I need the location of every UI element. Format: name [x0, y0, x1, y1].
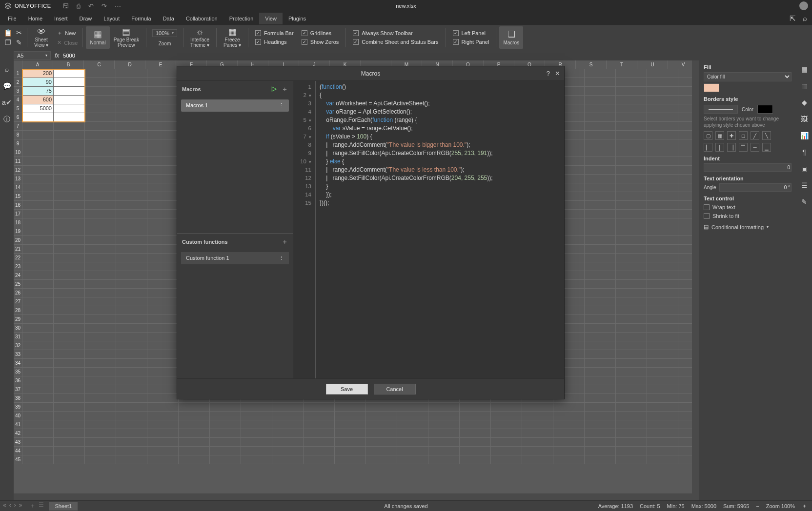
- cell-C31[interactable]: [85, 333, 116, 341]
- cell-S21[interactable]: [585, 245, 616, 254]
- tab-draw[interactable]: Draw: [74, 13, 98, 24]
- cell-D4[interactable]: [116, 96, 147, 104]
- cell-T14[interactable]: [616, 183, 647, 192]
- cell-D7[interactable]: [116, 122, 147, 131]
- cell-T37[interactable]: [616, 385, 647, 394]
- cell-T19[interactable]: [616, 227, 647, 236]
- cell-B14[interactable]: [54, 183, 85, 192]
- chk-gridlines[interactable]: ✓Gridlines: [302, 30, 339, 36]
- chk-formula-bar[interactable]: ✓Formula Bar: [255, 30, 294, 36]
- cell-E21[interactable]: [147, 245, 179, 254]
- cell-M41[interactable]: [397, 420, 428, 429]
- cell-T5[interactable]: [616, 104, 647, 113]
- cell-U23[interactable]: [647, 262, 678, 271]
- sheet-list-icon[interactable]: ☰: [39, 502, 44, 510]
- cell-U6[interactable]: [647, 113, 678, 122]
- cell-U7[interactable]: [647, 122, 678, 131]
- cell-S27[interactable]: [585, 297, 616, 306]
- cell-T26[interactable]: [616, 289, 647, 297]
- cell-Q42[interactable]: [522, 429, 553, 438]
- cell-G42[interactable]: [210, 429, 241, 438]
- cell-S31[interactable]: [585, 333, 616, 341]
- cell-A43[interactable]: [22, 438, 54, 447]
- new-view-button[interactable]: ＋New: [55, 28, 80, 38]
- cell-D29[interactable]: [116, 315, 147, 324]
- scrollbar-horizontal[interactable]: [14, 493, 699, 500]
- cell-T33[interactable]: [616, 350, 647, 359]
- cell-A36[interactable]: [22, 376, 54, 385]
- cell-C12[interactable]: [85, 166, 116, 175]
- cell-B7[interactable]: [54, 122, 85, 131]
- cell-U16[interactable]: [647, 201, 678, 210]
- add-sheet-icon[interactable]: ＋: [30, 502, 36, 510]
- row-head-30[interactable]: 30: [14, 324, 22, 333]
- cell-E34[interactable]: [147, 359, 179, 368]
- cell-T17[interactable]: [616, 210, 647, 218]
- cell-S19[interactable]: [585, 227, 616, 236]
- cell-C32[interactable]: [85, 341, 116, 350]
- cell-N44[interactable]: [428, 447, 460, 455]
- cell-A45[interactable]: [22, 455, 54, 464]
- row-head-9[interactable]: 9: [14, 139, 22, 148]
- col-head-E[interactable]: E: [145, 60, 176, 69]
- cell-C6[interactable]: [85, 113, 116, 122]
- cell-U30[interactable]: [647, 324, 678, 333]
- cell-G43[interactable]: [210, 438, 241, 447]
- cell-U33[interactable]: [647, 350, 678, 359]
- cell-B37[interactable]: [54, 385, 85, 394]
- cell-C8[interactable]: [85, 131, 116, 139]
- cell-G45[interactable]: [210, 455, 241, 464]
- more-icon[interactable]: ⋯: [115, 2, 121, 10]
- cell-C10[interactable]: [85, 148, 116, 157]
- border-inner-icon[interactable]: ✚: [727, 131, 736, 140]
- cell-B26[interactable]: [54, 289, 85, 297]
- sheet-view-button[interactable]: 👁 Sheet View ▾: [30, 26, 52, 49]
- cell-K45[interactable]: [335, 455, 366, 464]
- cell-S11[interactable]: [585, 157, 616, 166]
- cell-B30[interactable]: [54, 324, 85, 333]
- cell-T3[interactable]: [616, 87, 647, 96]
- row-head-15[interactable]: 15: [14, 192, 22, 201]
- cell-S15[interactable]: [585, 192, 616, 201]
- cell-N41[interactable]: [428, 420, 460, 429]
- cell-S38[interactable]: [585, 394, 616, 403]
- tab-protection[interactable]: Protection: [223, 13, 260, 24]
- cell-E18[interactable]: [147, 218, 179, 227]
- chk-combine-bars[interactable]: ✓Combine Sheet and Status Bars: [353, 39, 438, 45]
- cell-F44[interactable]: [179, 447, 210, 455]
- col-head-D[interactable]: D: [115, 60, 145, 69]
- cell-D22[interactable]: [116, 254, 147, 262]
- cell-C1[interactable]: [85, 69, 116, 78]
- row-head-13[interactable]: 13: [14, 175, 22, 183]
- row-head-26[interactable]: 26: [14, 289, 22, 297]
- cell-R43[interactable]: [553, 438, 585, 447]
- cell-R39[interactable]: [553, 403, 585, 412]
- cell-D37[interactable]: [116, 385, 147, 394]
- cell-A18[interactable]: [22, 218, 54, 227]
- cell-E8[interactable]: [147, 131, 179, 139]
- cell-U9[interactable]: [647, 139, 678, 148]
- cell-B34[interactable]: [54, 359, 85, 368]
- cell-E39[interactable]: [147, 403, 179, 412]
- cell-C3[interactable]: [85, 87, 116, 96]
- cell-T28[interactable]: [616, 306, 647, 315]
- indent-input[interactable]: [704, 163, 792, 172]
- cell-S4[interactable]: [585, 96, 616, 104]
- cell-U41[interactable]: [647, 420, 678, 429]
- row-head-18[interactable]: 18: [14, 218, 22, 227]
- cell-Q43[interactable]: [522, 438, 553, 447]
- cell-H40[interactable]: [241, 412, 272, 420]
- cell-A27[interactable]: [22, 297, 54, 306]
- sheet-prev-icon[interactable]: ‹: [9, 502, 11, 510]
- cell-D8[interactable]: [116, 131, 147, 139]
- cell-D2[interactable]: [116, 78, 147, 87]
- row-head-25[interactable]: 25: [14, 280, 22, 289]
- cell-T40[interactable]: [616, 412, 647, 420]
- tab-plugins[interactable]: Plugins: [283, 13, 312, 24]
- cell-L45[interactable]: [366, 455, 397, 464]
- tab-view[interactable]: View: [259, 13, 283, 24]
- cell-C35[interactable]: [85, 368, 116, 376]
- cell-U10[interactable]: [647, 148, 678, 157]
- cell-S17[interactable]: [585, 210, 616, 218]
- cell-D32[interactable]: [116, 341, 147, 350]
